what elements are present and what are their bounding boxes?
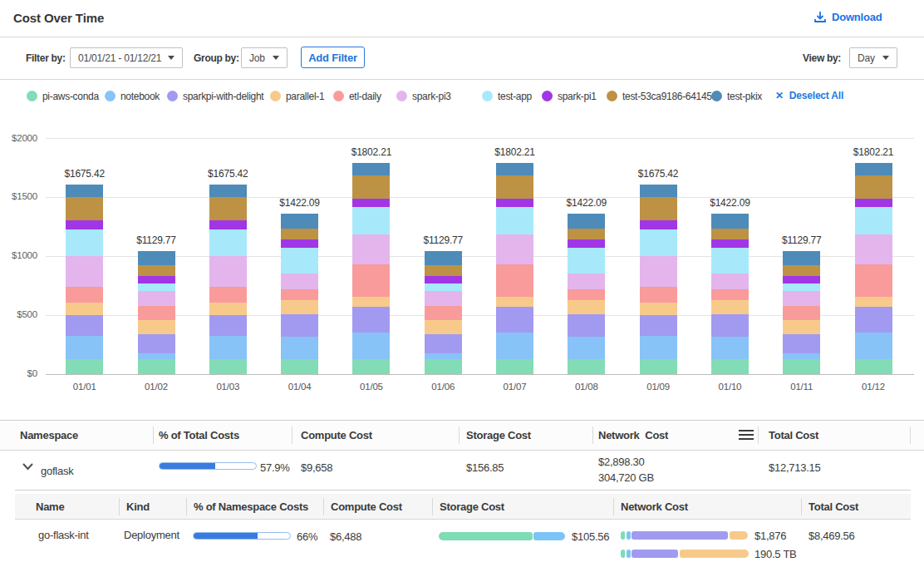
bar-segment-sparkpi-with-delight-01/06[interactable]	[425, 334, 462, 353]
bar-segment-parallel-1-01/08[interactable]	[568, 300, 605, 314]
bar-segment-notebook-01/12[interactable]	[855, 333, 892, 359]
bar-segment-etl-daily-01/04[interactable]	[281, 289, 318, 300]
bar-segment-spark-pi3-01/02[interactable]	[138, 291, 175, 306]
bar-segment-spark-pi3-01/01[interactable]	[66, 256, 103, 287]
bar-segment-sparkpi-with-delight-01/01[interactable]	[66, 315, 103, 336]
download-button[interactable]: Download	[814, 11, 882, 23]
bar-segment-test-pkix-01/06[interactable]	[425, 251, 462, 266]
bar-segment-parallel-1-01/07[interactable]	[496, 297, 533, 307]
bar-segment-test-app-01/06[interactable]	[425, 284, 462, 291]
bar-segment-spark-pi3-01/12[interactable]	[855, 234, 892, 264]
bar-segment-etl-daily-01/08[interactable]	[568, 289, 605, 300]
bar-segment-test-pkix-01/08[interactable]	[568, 214, 605, 229]
legend-item-spark-pi3[interactable]: spark-pi3	[396, 89, 451, 103]
deselect-all-button[interactable]: ✕ Deselect All	[775, 90, 843, 101]
bar-segment-notebook-01/09[interactable]	[640, 336, 677, 359]
bar-segment-test-pkix-01/11[interactable]	[783, 251, 820, 266]
bar-segment-notebook-01/10[interactable]	[711, 337, 749, 359]
bar-segment-test-pkix-01/07[interactable]	[496, 163, 533, 176]
bar-segment-notebook-01/03[interactable]	[209, 336, 247, 359]
add-filter-button[interactable]: Add Filter	[301, 47, 365, 68]
bar-segment-pi-aws-conda-01/12[interactable]	[855, 359, 892, 374]
bar-segment-spark-pi3-01/05[interactable]	[352, 234, 390, 264]
bar-segment-test-53ca9186-64145-01/11[interactable]	[783, 265, 820, 275]
bar-segment-test-app-01/11[interactable]	[783, 284, 820, 291]
legend-item-notebook[interactable]: notebook	[105, 89, 160, 103]
bar-segment-pi-aws-conda-01/07[interactable]	[496, 359, 533, 374]
bar-segment-test-app-01/01[interactable]	[66, 229, 103, 256]
bar-segment-spark-pi1-01/04[interactable]	[281, 239, 318, 248]
bar-segment-notebook-01/04[interactable]	[281, 337, 318, 359]
bar-segment-parallel-1-01/02[interactable]	[138, 320, 175, 334]
legend-item-etl-daily[interactable]: etl-daily	[333, 89, 381, 103]
bar-segment-test-app-01/09[interactable]	[640, 229, 677, 256]
bar-segment-spark-pi1-01/10[interactable]	[711, 239, 749, 248]
bar-segment-spark-pi3-01/10[interactable]	[711, 274, 749, 289]
bar-segment-parallel-1-01/06[interactable]	[425, 320, 462, 334]
bar-segment-etl-daily-01/09[interactable]	[640, 287, 677, 303]
bar-segment-spark-pi3-01/09[interactable]	[640, 256, 677, 287]
bar-segment-etl-daily-01/02[interactable]	[138, 306, 175, 320]
bar-segment-sparkpi-with-delight-01/11[interactable]	[783, 334, 820, 353]
bar-segment-notebook-01/06[interactable]	[425, 353, 462, 359]
legend-item-parallel-1[interactable]: parallel-1	[270, 89, 324, 103]
bar-segment-test-53ca9186-64145-01/09[interactable]	[640, 197, 677, 220]
bar-segment-notebook-01/08[interactable]	[568, 337, 605, 359]
bar-segment-notebook-01/11[interactable]	[783, 353, 820, 359]
bar-segment-notebook-01/05[interactable]	[352, 333, 390, 359]
bar-segment-test-app-01/10[interactable]	[711, 248, 749, 274]
bar-segment-test-53ca9186-64145-01/06[interactable]	[425, 265, 462, 275]
bar-segment-spark-pi3-01/11[interactable]	[783, 291, 820, 306]
bar-segment-parallel-1-01/09[interactable]	[640, 303, 677, 315]
bar-segment-spark-pi1-01/12[interactable]	[855, 199, 892, 207]
bar-segment-notebook-01/07[interactable]	[496, 333, 533, 359]
bar-segment-pi-aws-conda-01/08[interactable]	[568, 359, 605, 373]
view-by-select[interactable]: Day	[849, 47, 897, 68]
bar-segment-test-pkix-01/05[interactable]	[352, 163, 390, 176]
bar-segment-spark-pi3-01/03[interactable]	[209, 256, 247, 287]
bar-segment-test-pkix-01/10[interactable]	[711, 214, 749, 229]
bar-segment-pi-aws-conda-01/02[interactable]	[138, 359, 175, 373]
legend-item-sparkpi-with-delight[interactable]: sparkpi-with-delight	[167, 89, 263, 103]
bar-segment-spark-pi1-01/11[interactable]	[783, 276, 820, 284]
bar-segment-pi-aws-conda-01/11[interactable]	[783, 359, 820, 373]
bar-segment-parallel-1-01/12[interactable]	[855, 297, 892, 307]
bar-segment-sparkpi-with-delight-01/05[interactable]	[352, 307, 390, 333]
bar-segment-pi-aws-conda-01/05[interactable]	[352, 359, 390, 374]
bar-segment-test-pkix-01/02[interactable]	[138, 251, 175, 266]
bar-segment-pi-aws-conda-01/04[interactable]	[281, 359, 318, 373]
bar-segment-test-53ca9186-64145-01/04[interactable]	[281, 229, 318, 239]
bar-segment-etl-daily-01/12[interactable]	[855, 264, 892, 298]
bar-segment-etl-daily-01/06[interactable]	[425, 306, 462, 320]
bar-segment-parallel-1-01/05[interactable]	[352, 297, 390, 307]
bar-segment-parallel-1-01/01[interactable]	[66, 303, 103, 315]
bar-segment-spark-pi3-01/06[interactable]	[425, 291, 462, 306]
bar-segment-spark-pi3-01/08[interactable]	[568, 274, 605, 289]
bar-segment-pi-aws-conda-01/06[interactable]	[425, 359, 462, 373]
bar-segment-etl-daily-01/01[interactable]	[66, 287, 103, 303]
bar-segment-test-app-01/08[interactable]	[568, 248, 605, 274]
group-by-select[interactable]: Job	[241, 47, 288, 68]
bar-segment-test-app-01/03[interactable]	[209, 229, 247, 256]
bar-segment-spark-pi1-01/07[interactable]	[496, 199, 533, 207]
bar-segment-pi-aws-conda-01/03[interactable]	[209, 359, 247, 374]
bar-segment-test-app-01/05[interactable]	[352, 207, 390, 234]
bar-segment-etl-daily-01/03[interactable]	[209, 287, 247, 303]
legend-item-pi-aws-conda[interactable]: pi-aws-conda	[27, 89, 99, 103]
bar-segment-test-53ca9186-64145-01/05[interactable]	[352, 175, 390, 199]
bar-segment-test-pkix-01/12[interactable]	[855, 163, 892, 176]
bar-segment-test-53ca9186-64145-01/03[interactable]	[209, 197, 247, 220]
column-settings-icon[interactable]	[739, 430, 754, 441]
bar-segment-sparkpi-with-delight-01/02[interactable]	[138, 334, 175, 353]
bar-segment-test-app-01/04[interactable]	[281, 248, 318, 274]
bar-segment-test-53ca9186-64145-01/07[interactable]	[496, 175, 533, 199]
bar-segment-test-53ca9186-64145-01/12[interactable]	[855, 175, 892, 199]
bar-segment-spark-pi1-01/01[interactable]	[66, 220, 103, 229]
bar-segment-parallel-1-01/11[interactable]	[783, 320, 820, 334]
bar-segment-sparkpi-with-delight-01/07[interactable]	[496, 307, 533, 333]
bar-segment-spark-pi1-01/02[interactable]	[138, 276, 175, 284]
bar-segment-spark-pi1-01/09[interactable]	[640, 220, 677, 229]
bar-segment-pi-aws-conda-01/10[interactable]	[711, 359, 749, 373]
bar-segment-test-53ca9186-64145-01/08[interactable]	[568, 229, 605, 239]
bar-segment-spark-pi1-01/06[interactable]	[425, 276, 462, 284]
